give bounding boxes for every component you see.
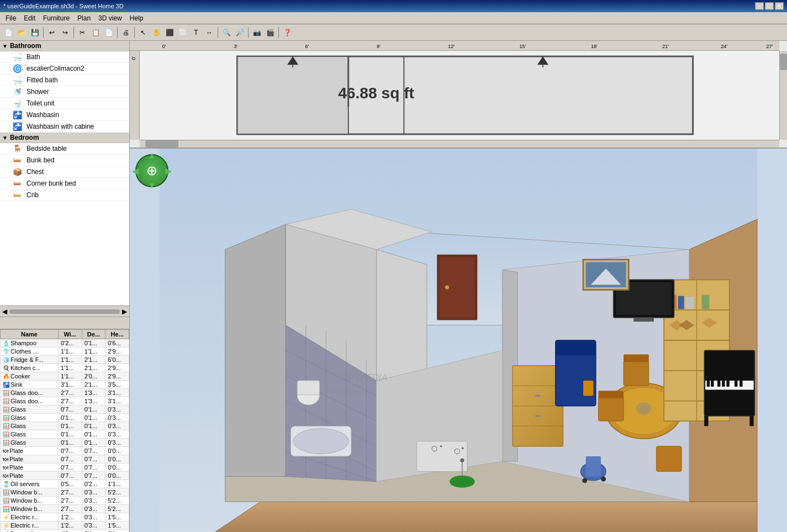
properties-table[interactable]: Name Wi... De... He... 🧴Shampoo 0'2... 0…	[0, 329, 129, 532]
title-text: * userGuideExample.sh3d - Sweet Home 3D	[3, 3, 124, 9]
paste-button[interactable]: 📄	[103, 27, 115, 39]
menu-plan[interactable]: Plan	[74, 13, 94, 23]
table-row[interactable]: 🪟Window b... 2'7... 0'3... 5'2...	[1, 505, 129, 513]
category-bathroom[interactable]: ▼ Bathroom	[0, 41, 129, 51]
plan-vscrollbar[interactable]	[779, 51, 787, 140]
menu-help[interactable]: Help	[126, 13, 147, 23]
tree-scroll-left[interactable]: ◀	[2, 308, 7, 315]
close-button[interactable]: ✕	[775, 2, 784, 10]
item-bedside-label: Bedside table	[27, 145, 67, 152]
view-3d[interactable]: ▲ ▼ ◀ ▶ ⊕	[130, 149, 787, 532]
item-bath[interactable]: 🛁 Bath	[0, 51, 129, 63]
item-fitted-bath[interactable]: 🛁 Fitted bath	[0, 75, 129, 86]
item-washbasin-cabinet[interactable]: 🚰 Washbasin with cabine	[0, 121, 129, 133]
col-height[interactable]: He...	[105, 330, 129, 339]
table-row[interactable]: 🪟Glass 0'1... 0'1... 0'3...	[1, 430, 129, 439]
item-bedside-table[interactable]: 🪑 Bedside table	[0, 143, 129, 155]
table-row[interactable]: 🍳Kitchen c... 1'1... 2'1... 2'9...	[1, 364, 129, 372]
tree-scroll-right[interactable]: ▶	[122, 308, 127, 315]
pan-button[interactable]: ✋	[150, 27, 162, 39]
zoom-in-button[interactable]: 🔍	[220, 27, 233, 39]
item-chest[interactable]: 📦 Chest	[0, 166, 129, 178]
table-row[interactable]: 🪟Glass 0'1... 0'1... 0'3...	[1, 439, 129, 447]
redo-button[interactable]: ↪	[59, 27, 71, 39]
table-row[interactable]: 🍽Plate 0'7... 0'7... 0'0...	[1, 463, 129, 472]
table-row[interactable]: 🧊Fridge & F... 1'1... 2'1... 6'0...	[1, 356, 129, 364]
dimension-button[interactable]: ↔	[203, 27, 215, 39]
minimize-button[interactable]: –	[755, 2, 764, 10]
table-row[interactable]: 🍽Plate 0'7... 0'7... 0'0...	[1, 447, 129, 455]
menu-3dview[interactable]: 3D view	[95, 13, 125, 23]
item-crib[interactable]: 🛏 Crib	[0, 189, 129, 201]
table-row[interactable]: ⚡Electric r... 1'2... 0'3... 1'5...	[1, 513, 129, 522]
new-button[interactable]: 📄	[2, 27, 14, 39]
table-row[interactable]: 👕Clothes ... 1'1... 1'1... 2'9...	[1, 347, 129, 356]
video-button[interactable]: 🎬	[264, 27, 276, 39]
table-row[interactable]: 🪟Glass 0'1... 0'1... 0'3...	[1, 422, 129, 430]
compass[interactable]: ▲ ▼ ◀ ▶ ⊕	[135, 154, 168, 187]
table-row[interactable]: 🪟Window b... 2'7... 0'3... 5'2...	[1, 488, 129, 497]
room-button[interactable]: ⬜	[177, 27, 189, 39]
table-row[interactable]: 🛋Convertib... 4'9... 2'1... 2'1...	[1, 530, 129, 533]
table-row[interactable]: 🍽Plate 0'7... 0'7... 0'0...	[1, 455, 129, 463]
cut-button[interactable]: ✂	[76, 27, 88, 39]
print-button[interactable]: 🖨	[120, 27, 132, 39]
copy-button[interactable]: 📋	[89, 27, 102, 39]
item-bunk-bed[interactable]: 🛏 Bunk bed	[0, 155, 129, 166]
item-escalier[interactable]: 🌀 escalierColimacon2	[0, 63, 129, 75]
save-button[interactable]: 💾	[29, 27, 41, 39]
cell-name: 🔥Cooker	[1, 372, 59, 381]
plan-hscrollbar[interactable]	[140, 140, 779, 148]
table-row[interactable]: 🧴Shampoo 0'2... 0'1... 0'6...	[1, 339, 129, 347]
ruler-15: 15'	[520, 44, 526, 49]
photo-button[interactable]: 📷	[251, 27, 263, 39]
item-shower[interactable]: 🚿 Shower	[0, 86, 129, 98]
item-washbasin[interactable]: 🚰 Washbasin	[0, 109, 129, 121]
open-button[interactable]: 📂	[15, 27, 28, 39]
table-row[interactable]: ⚡Electric r... 1'2... 0'3... 1'5...	[1, 522, 129, 530]
zoom-out-button[interactable]: 🔎	[234, 27, 246, 39]
plan-area[interactable]: 0' 3' 6' 9' 12' 15' 18' 21' 24' 27' 0'	[130, 41, 787, 149]
plan-content[interactable]: 46.88 sq ft	[140, 51, 779, 140]
cell-depth: 2'1...	[82, 364, 105, 372]
table-row[interactable]: 🪟Window b... 2'7... 0'3... 5'2...	[1, 497, 129, 505]
cell-depth: 0'1...	[82, 339, 105, 347]
svg-point-39	[462, 447, 464, 450]
wall-button[interactable]: ⬛	[163, 27, 176, 39]
table-row[interactable]: 🔥Cooker 1'1... 2'0... 2'9...	[1, 372, 129, 381]
cell-width: 2'7...	[58, 488, 82, 497]
category-bedroom[interactable]: ▼ Bedroom	[0, 133, 129, 143]
window-controls: – □ ✕	[755, 2, 784, 10]
cell-name: 🚰Sink	[1, 381, 59, 389]
text-button[interactable]: T	[190, 27, 202, 39]
cell-depth: 0'3...	[82, 513, 105, 522]
menu-furniture[interactable]: Furniture	[40, 13, 73, 23]
col-width[interactable]: Wi...	[58, 330, 82, 339]
table-row[interactable]: 🪟Glass 0'7... 0'1... 0'3...	[1, 405, 129, 414]
item-corner-bunk-bed[interactable]: 🛏 Corner bunk bed	[0, 178, 129, 189]
cell-width: 0'1...	[58, 439, 82, 447]
table-row[interactable]: 🪟Glass doo... 2'7... 1'3... 3'1...	[1, 397, 129, 405]
cell-height: 2'1...	[105, 530, 129, 533]
table-row[interactable]: 🚰Sink 3'1... 2'1... 3'5...	[1, 381, 129, 389]
table-row[interactable]: 🪟Glass 0'1... 0'1... 0'3...	[1, 414, 129, 422]
menu-edit[interactable]: Edit	[20, 13, 39, 23]
svg-rect-71	[702, 295, 710, 309]
menu-file[interactable]: File	[2, 13, 19, 23]
table-row[interactable]: 🫙Oil servers 0'5... 0'2... 1'1...	[1, 480, 129, 488]
help-button[interactable]: ❓	[281, 27, 293, 39]
table-row[interactable]: 🍽Plate 0'7... 0'7... 0'0...	[1, 472, 129, 480]
table-row[interactable]: 🪟Glass doo... 2'7... 1'3... 3'1...	[1, 389, 129, 397]
col-name[interactable]: Name	[1, 330, 59, 339]
cell-width: 0'1...	[58, 414, 82, 422]
cell-height: 0'6...	[105, 339, 129, 347]
undo-button[interactable]: ↩	[46, 27, 58, 39]
compass-circle[interactable]: ▲ ▼ ◀ ▶ ⊕	[135, 154, 168, 187]
cell-name: ⚡Electric r...	[1, 522, 59, 530]
item-toilet[interactable]: 🚽 Toilet unit	[0, 98, 129, 109]
col-depth[interactable]: De...	[82, 330, 105, 339]
maximize-button[interactable]: □	[765, 2, 774, 10]
cell-name: ⚡Electric r...	[1, 513, 59, 522]
cell-height: 3'1...	[105, 397, 129, 405]
select-button[interactable]: ↖	[137, 27, 149, 39]
